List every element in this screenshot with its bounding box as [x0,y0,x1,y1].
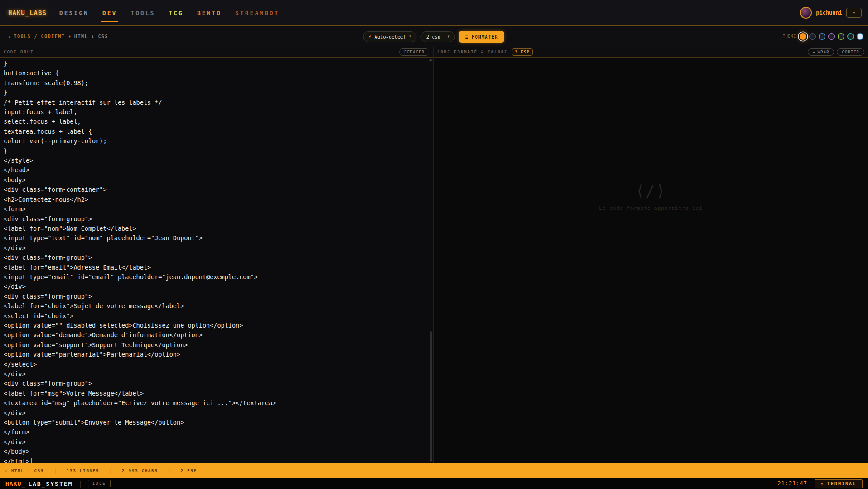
theme-label: THÈME [783,34,796,39]
avatar[interactable] [800,7,812,19]
stat-language: HTML + CSS [11,468,44,473]
scroll-down-icon[interactable] [429,460,433,462]
chevron-right-icon: › [5,468,8,474]
chevron-down-icon: ▼ [409,34,411,39]
user-area: pichuuni ▼ [800,7,868,19]
stat-chars: 2 993 CHARS [122,468,158,473]
breadcrumb-path[interactable]: TOOLS / CODEFMT [14,34,65,39]
terminal-button[interactable]: ▪ TERMINAL [815,479,863,488]
terminal-button-label: TERMINAL [827,481,856,486]
user-menu-button[interactable]: ▼ [846,8,862,18]
format-lines-icon: ≡ [465,34,468,39]
raw-code-panel: CODE BRUT EFFACER } button:active { tran… [0,47,434,463]
nav-item-tools[interactable]: TOOLS [130,7,156,19]
format-button[interactable]: ≡ FORMATER [459,31,504,43]
square-icon: ▪ [821,482,824,486]
top-nav: HAKU_LABS DESIGN DEV TOOLS TCG BENTO STR… [0,0,868,26]
system-name: LAB_SYSTEM [28,480,72,487]
system-bar: HAKU_ LAB_SYSTEM | IDLE 21:21:47 ▪ TERMI… [0,478,868,489]
indent-select[interactable]: 2 esp ▼ [421,31,455,42]
brand-logo[interactable]: HAKU_LABS [8,9,47,16]
breadcrumb: ✦ TOOLS / CODEFMT ⚡ HTML + CSS [8,34,108,39]
code-brackets-icon: ⟨/⟩ [636,182,666,200]
star-icon: ✦ [8,34,10,39]
toolbar: ✦ TOOLS / CODEFMT ⚡ HTML + CSS ⚡ Auto-de… [0,26,868,47]
username: pichuuni [816,10,842,16]
raw-code-text[interactable]: } button:active { transform: scale(0.98)… [0,58,433,463]
raw-code-editor[interactable]: } button:active { transform: scale(0.98)… [0,58,433,463]
placeholder-text: Le code formaté apparaîtra ici [599,205,703,211]
editor-panels: CODE BRUT EFFACER } button:active { tran… [0,47,868,463]
indent-value: 2 esp [426,34,441,39]
theme-swatch-light[interactable] [857,33,863,40]
bolt-icon: ⚡ [368,34,371,39]
chevron-down-icon: ▼ [853,10,855,15]
theme-swatch-orange[interactable] [800,33,806,40]
nav-item-design[interactable]: DESIGN [58,7,90,19]
stat-lines: 133 LIGNES [67,468,99,473]
formatted-code-panel: CODE FORMATÉ & COLORÉ 2 ESP ↔ WRAP COPIE… [434,47,868,463]
status-badge: IDLE [88,480,111,487]
autodetect-label: Auto-detect [374,34,406,39]
language-autodetect-select[interactable]: ⚡ Auto-detect ▼ [363,31,416,42]
theme-swatch-teal[interactable] [847,33,854,40]
text-cursor [31,458,32,463]
stat-indent: 2 ESP [181,468,197,473]
chevron-down-icon: ▼ [448,34,450,39]
theme-picker: THÈME [783,33,863,40]
nav-item-bento[interactable]: BENTO [196,7,222,19]
nav-item-tcg[interactable]: TCG [168,7,184,19]
raw-panel-title: CODE BRUT [4,50,34,54]
theme-swatch-blue[interactable] [819,33,825,40]
codefmt-app: HAKU_LABS DESIGN DEV TOOLS TCG BENTO STR… [0,0,868,489]
breadcrumb-current: HTML + CSS [74,34,108,39]
raw-panel-header: CODE BRUT EFFACER [0,47,433,58]
theme-swatch-slate[interactable] [809,33,816,40]
system-brand: HAKU_ [5,480,25,487]
format-button-label: FORMATER [472,34,498,39]
clear-button[interactable]: EFFACER [399,48,429,56]
formatted-output-placeholder: ⟨/⟩ Le code formaté apparaîtra ici [434,47,868,463]
clock: 21:21:47 [777,480,807,487]
theme-swatch-purple[interactable] [828,33,835,40]
nav-item-streambot[interactable]: STREAMBOT [234,7,280,19]
scroll-up-icon[interactable] [429,59,433,61]
scrollbar[interactable] [429,58,433,463]
bolt-icon: ⚡ [68,34,71,39]
scrollbar-thumb[interactable] [430,331,432,461]
theme-swatch-green[interactable] [838,33,844,40]
nav-item-dev[interactable]: DEV [101,7,118,19]
format-controls: ⚡ Auto-detect ▼ 2 esp ▼ ≡ FORMATER [363,31,504,43]
stats-bar: › HTML + CSS | 133 LIGNES | 2 993 CHARS … [0,463,868,478]
